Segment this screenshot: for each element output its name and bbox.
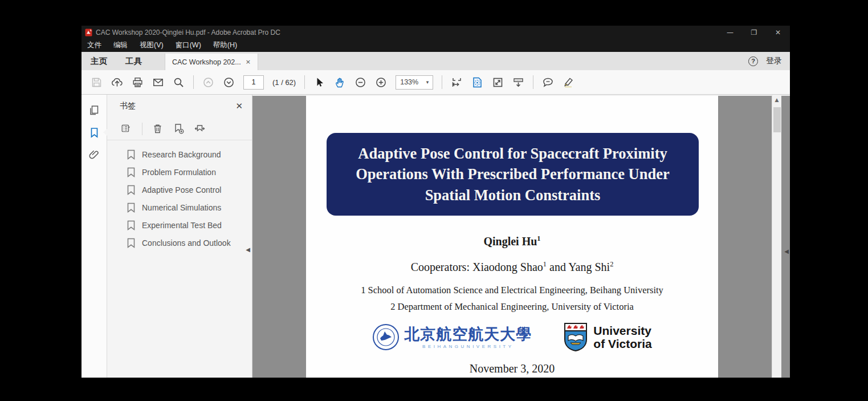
zoom-level-dropdown[interactable]: 133% ▾ xyxy=(396,75,433,90)
menu-file[interactable]: 文件 xyxy=(87,40,101,50)
author-name: Qinglei Hu xyxy=(483,235,537,248)
fit-width-button[interactable] xyxy=(451,76,463,88)
collapse-panel-arrow[interactable]: ◀ xyxy=(246,246,250,253)
expand-bookmarks-button[interactable] xyxy=(194,123,206,135)
tab-close-icon[interactable]: × xyxy=(246,58,251,66)
toolbar: (1 / 62) 133% ▾ xyxy=(81,70,790,95)
tab-document[interactable]: CAC Workshop 202... × xyxy=(165,54,258,70)
close-panel-icon[interactable]: ✕ xyxy=(235,101,243,111)
bookmark-item-label: Numerical Simulations xyxy=(142,203,221,212)
fullscreen-button[interactable] xyxy=(492,76,504,88)
bookmark-options-button[interactable] xyxy=(121,123,133,135)
tab-document-label: CAC Workshop 202... xyxy=(172,58,241,66)
tab-home[interactable]: 主页 xyxy=(81,52,116,70)
bookmark-item-label: Problem Formulation xyxy=(142,168,216,177)
close-button[interactable]: ✕ xyxy=(766,26,790,39)
menu-bar: 文件 编辑 视图(V) 窗口(W) 帮助(H) xyxy=(81,39,790,52)
toolbar-separator xyxy=(442,75,442,89)
vertical-scrollbar[interactable]: ▲ xyxy=(772,95,781,378)
window-title: CAC Workshop 2020-Qinglei Hu.pdf - Adobe… xyxy=(96,29,280,37)
bookmark-icon xyxy=(127,220,136,230)
scroll-mode-button[interactable] xyxy=(512,76,524,88)
chevron-down-icon: ▾ xyxy=(426,79,429,85)
bookmark-icon xyxy=(127,238,136,248)
minimize-button[interactable]: — xyxy=(718,26,742,39)
select-tool-button[interactable] xyxy=(313,76,325,88)
document-pane: Adaptive Pose Control for Spacecraft Pro… xyxy=(252,95,790,378)
bookmark-icon xyxy=(127,185,136,195)
beihang-logo: 北京航空航天大學 BEIHANGUNIVERSITY xyxy=(372,323,532,351)
navigation-icon-strip xyxy=(81,95,107,378)
menu-help[interactable]: 帮助(H) xyxy=(213,40,237,50)
zoom-out-button[interactable] xyxy=(354,76,366,88)
slide-title-box: Adaptive Pose Control for Spacecraft Pro… xyxy=(327,133,699,216)
add-bookmark-button[interactable] xyxy=(173,123,185,135)
cooperators-mid: and Yang Shi xyxy=(547,261,610,273)
menu-view[interactable]: 视图(V) xyxy=(140,40,164,50)
bookmark-item[interactable]: Numerical Simulations xyxy=(127,202,252,213)
uvic-name-line2: of Victoria xyxy=(593,337,651,350)
zoom-in-button[interactable] xyxy=(375,76,387,88)
slide-affiliation-1: 1 School of Automation Science and Elect… xyxy=(306,285,718,296)
uvic-name-line1: University xyxy=(593,324,651,337)
logos-row: 北京航空航天大學 BEIHANGUNIVERSITY xyxy=(306,320,718,354)
bookmarks-toolbar xyxy=(107,118,252,140)
bookmarks-panel-title: 书签 xyxy=(120,101,136,111)
sign-in-button[interactable]: 登录 xyxy=(766,56,782,66)
bookmark-item[interactable]: Research Background xyxy=(127,149,252,160)
tab-bar: 主页 工具 CAC Workshop 202... × ? 登录 xyxy=(81,52,790,70)
bookmarks-panel: 书签 ✕ Rese xyxy=(107,95,252,378)
restore-button[interactable]: ❐ xyxy=(742,26,766,39)
scrollbar-thumb[interactable] xyxy=(773,107,781,132)
page-number-input[interactable] xyxy=(243,75,264,90)
bookmark-icon xyxy=(127,167,136,177)
tab-tools[interactable]: 工具 xyxy=(116,52,151,70)
bookmark-item-label: Adaptive Pose Control xyxy=(142,185,221,195)
previous-page-button[interactable] xyxy=(202,76,214,88)
slide-cooperators: Cooperators: Xiaodong Shao1 and Yang Shi… xyxy=(306,260,718,274)
bookmark-item[interactable]: Adaptive Pose Control xyxy=(127,185,252,195)
bookmark-item[interactable]: Problem Formulation xyxy=(127,167,252,177)
scroll-up-icon[interactable]: ▲ xyxy=(772,97,781,103)
beihang-emblem-icon xyxy=(372,323,400,351)
slide-author: Qinglei Hu1 xyxy=(306,234,718,248)
help-icon[interactable]: ? xyxy=(748,56,758,66)
toolbar-separator xyxy=(533,75,533,89)
next-page-button[interactable] xyxy=(223,76,235,88)
save-button[interactable] xyxy=(91,76,103,88)
cooperators-prefix: Cooperators: Xiaodong Shao xyxy=(411,261,543,273)
bookmark-item-label: Research Background xyxy=(142,150,221,159)
email-button[interactable] xyxy=(152,76,164,88)
print-button[interactable] xyxy=(132,76,144,88)
active-panel-notch xyxy=(103,129,107,136)
author-superscript: 1 xyxy=(537,234,540,242)
title-bar: CAC Workshop 2020-Qinglei Hu.pdf - Adobe… xyxy=(81,26,790,39)
content-area: 书签 ✕ Rese xyxy=(81,95,790,378)
highlighter-button[interactable] xyxy=(563,76,574,88)
fit-page-button[interactable] xyxy=(471,76,483,88)
beihang-english-name: BEIHANGUNIVERSITY xyxy=(422,344,514,349)
bookmark-item[interactable]: Experimental Test Bed xyxy=(127,220,252,230)
toolbar-separator xyxy=(193,75,194,89)
bookmark-item-label: Experimental Test Bed xyxy=(142,221,222,230)
pdf-page: Adaptive Pose Control for Spacecraft Pro… xyxy=(306,96,718,378)
bookmark-item-label: Conclusions and Outlook xyxy=(142,238,231,248)
bookmarks-list: Research Background Problem Formulation … xyxy=(107,140,252,248)
share-upload-button[interactable] xyxy=(111,76,123,88)
bookmark-item[interactable]: Conclusions and Outlook xyxy=(127,238,252,248)
menu-window[interactable]: 窗口(W) xyxy=(176,40,201,50)
menu-edit[interactable]: 编辑 xyxy=(113,40,128,50)
delete-bookmark-button[interactable] xyxy=(152,123,164,135)
page-thumbnails-icon[interactable] xyxy=(87,103,101,118)
hand-tool-button[interactable] xyxy=(334,76,346,88)
beihang-chinese-name: 北京航空航天大學 xyxy=(404,326,532,343)
right-panel-collapse-arrow[interactable]: ◀ xyxy=(784,248,789,254)
comment-button[interactable] xyxy=(542,76,554,88)
search-icon[interactable] xyxy=(173,76,185,88)
bookmarks-panel-icon[interactable] xyxy=(87,125,101,140)
panel-toolbar-separator xyxy=(142,123,142,135)
page-count-label: (1 / 62) xyxy=(272,78,296,87)
zoom-level-value: 133% xyxy=(400,78,418,86)
bookmark-icon xyxy=(127,202,136,213)
attachments-icon[interactable] xyxy=(87,147,101,162)
